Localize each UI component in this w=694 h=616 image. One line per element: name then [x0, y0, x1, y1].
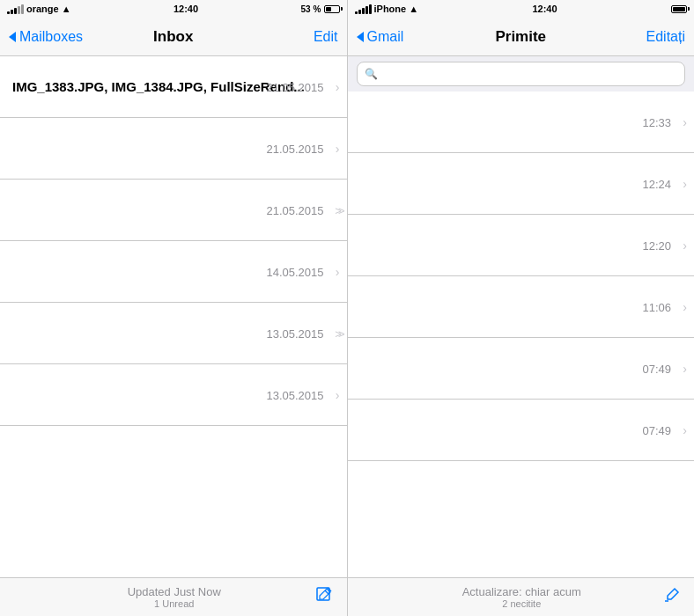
left-edit-button[interactable]: Edit [314, 29, 338, 45]
right-search-bar: 🔍 [348, 56, 695, 92]
chevron-right-icon: › [336, 142, 340, 156]
right-edit-button[interactable]: Editați [646, 29, 685, 45]
right-carrier-signal: iPhone ▲ [355, 4, 419, 14]
mail-date: 12:33 [642, 115, 671, 128]
right-wifi-icon: ▲ [409, 4, 418, 14]
left-panel: Mailboxes Inbox Edit IMG_1383.JPG, IMG_1… [0, 18, 348, 616]
right-compose-button[interactable] [662, 585, 682, 609]
right-battery-area [671, 5, 687, 13]
list-item[interactable]: 13.05.2015 › [0, 364, 347, 426]
left-back-button[interactable]: Mailboxes [9, 29, 83, 45]
list-item[interactable]: IMG_1383.JPG, IMG_1384.JPG, FullSizeRend… [0, 56, 347, 118]
chevron-right-icon: › [683, 238, 687, 253]
left-footer: Updated Just Now 1 Unread [0, 577, 347, 616]
left-footer-sub: 1 Unread [154, 598, 194, 609]
chevron-right-icon: › [336, 265, 340, 279]
chevron-right-icon: › [683, 423, 687, 437]
mail-date: 12:24 [642, 177, 671, 190]
mail-date: 07:49 [642, 362, 671, 375]
mail-date: 11:06 [642, 300, 671, 313]
left-status-bar: orange ▲ 12:40 53% [0, 0, 348, 18]
mail-date: 13.05.2015 [266, 388, 323, 401]
mail-date: 13.05.2015 [266, 326, 323, 340]
left-battery-area: 53% [300, 4, 339, 14]
left-wifi-icon: ▲ [62, 4, 71, 14]
left-nav-bar: Mailboxes Inbox Edit [0, 18, 347, 56]
left-back-label: Mailboxes [19, 29, 83, 45]
right-back-chevron-icon [357, 32, 364, 42]
right-nav-title: Primite [495, 28, 546, 46]
right-carrier: iPhone [374, 4, 407, 14]
list-item[interactable]: 12:20 › [348, 215, 695, 276]
right-panel: Gmail Primite Editați 🔍 12:33 › 12:24 › [348, 18, 695, 616]
mail-date: 21.05.2015 [266, 142, 323, 155]
right-battery-icon [671, 5, 687, 13]
search-icon: 🔍 [365, 68, 378, 80]
left-mail-list: IMG_1383.JPG, IMG_1384.JPG, FullSizeRend… [0, 56, 347, 577]
right-back-label: Gmail [367, 29, 404, 45]
list-item[interactable]: 12:33 › [348, 92, 695, 153]
list-item[interactable]: 14.05.2015 › [0, 241, 347, 303]
mail-date: 21.05.2015 [266, 203, 323, 216]
svg-line-2 [325, 590, 329, 594]
chevron-right-icon: › [683, 300, 687, 314]
left-nav-title: Inbox [153, 28, 193, 46]
mail-date: 12:20 [642, 238, 671, 252]
list-item[interactable]: 07:49 › [348, 338, 695, 400]
right-nav-bar: Gmail Primite Editați [348, 18, 695, 56]
search-input-field[interactable]: 🔍 [357, 62, 686, 86]
list-item[interactable]: 21.05.2015 >> [0, 180, 347, 241]
right-footer: Actualizare: chiar acum 2 necitite [348, 577, 695, 616]
chevron-right-icon: › [683, 362, 687, 376]
left-battery-percent: 53 [300, 4, 310, 14]
double-chevron-icon: >> [335, 203, 341, 216]
left-carrier: orange [26, 4, 59, 14]
left-footer-text: Updated Just Now 1 Unread [128, 585, 221, 609]
left-footer-main: Updated Just Now [128, 585, 221, 598]
chevron-right-icon: › [336, 80, 340, 94]
left-back-chevron-icon [9, 32, 16, 42]
chevron-right-icon: › [336, 388, 340, 402]
right-mail-list: 12:33 › 12:24 › 12:20 › 11:06 › [348, 92, 695, 577]
double-chevron-icon: >> [335, 326, 341, 340]
right-status-time: 12:40 [532, 4, 557, 14]
list-item[interactable]: 11:06 › [348, 276, 695, 338]
mail-date: 21.05.2015 [266, 80, 323, 93]
list-item[interactable]: 21.05.2015 › [0, 118, 347, 180]
left-status-time: 12:40 [174, 4, 198, 14]
list-item[interactable]: 07:49 › [348, 400, 695, 461]
mail-date: 07:49 [642, 423, 671, 436]
left-battery-icon [324, 5, 340, 13]
left-battery-percent-sign: % [314, 4, 321, 14]
right-status-bar: iPhone ▲ 12:40 [348, 0, 695, 18]
right-signal-icon [355, 4, 372, 14]
mail-subject: IMG_1383.JPG, IMG_1384.JPG, FullSizeRend… [12, 79, 306, 94]
list-item[interactable]: 12:24 › [348, 153, 695, 215]
right-footer-sub: 2 necitite [502, 598, 541, 609]
list-item[interactable]: 13.05.2015 >> [0, 303, 347, 364]
left-compose-button[interactable] [314, 585, 334, 609]
chevron-right-icon: › [683, 115, 687, 129]
right-back-button[interactable]: Gmail [357, 29, 404, 45]
chevron-right-icon: › [683, 177, 687, 191]
right-footer-text: Actualizare: chiar acum 2 necitite [462, 585, 581, 609]
signal-icon [7, 4, 24, 14]
left-carrier-signal: orange ▲ [7, 4, 71, 14]
right-footer-main: Actualizare: chiar acum [462, 585, 581, 598]
mail-date: 14.05.2015 [266, 265, 323, 278]
